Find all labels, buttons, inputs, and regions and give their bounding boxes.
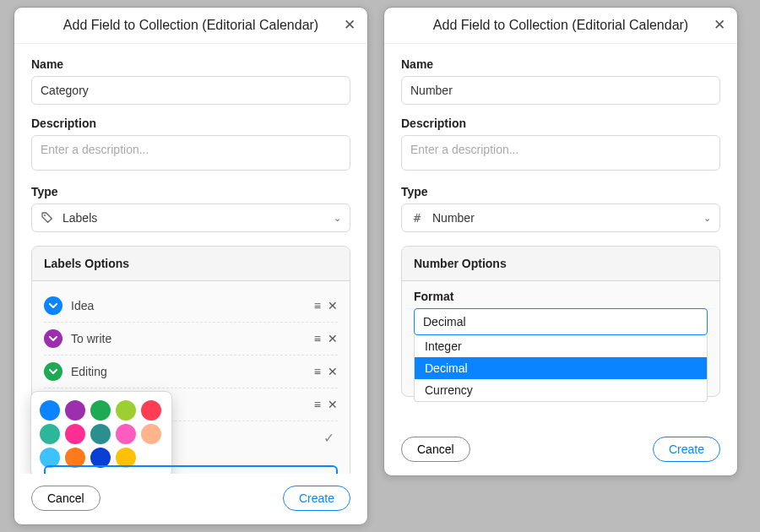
remove-icon[interactable]: ✕	[328, 332, 338, 345]
chevron-down-icon	[44, 296, 62, 315]
confirm-icon[interactable]: ✓	[323, 430, 338, 446]
format-option[interactable]: Decimal	[415, 357, 707, 379]
type-select[interactable]: Labels ⌄	[31, 204, 350, 232]
label-row: Idea≡✕	[44, 290, 338, 323]
color-swatch[interactable]	[116, 424, 136, 444]
color-swatch[interactable]	[141, 400, 161, 421]
drag-handle-icon[interactable]: ≡	[314, 398, 319, 411]
dialog-header: Add Field to Collection (Editorial Calen…	[14, 8, 367, 44]
remove-icon[interactable]: ✕	[328, 365, 338, 378]
labels-list: Idea≡✕To write≡✕Editing≡✕Published≡✕ ✓ I…	[32, 281, 350, 474]
dialog-footer: Cancel Create	[384, 425, 737, 475]
type-label: Type	[31, 185, 350, 198]
label-name: Idea	[71, 299, 306, 312]
chevron-down-icon	[44, 329, 62, 348]
chevron-down-icon	[44, 362, 62, 381]
svg-point-0	[44, 214, 46, 216]
label-color-dot[interactable]	[44, 329, 62, 348]
chevron-down-icon: ⌄	[703, 213, 711, 224]
dialog-add-field-number: Add Field to Collection (Editorial Calen…	[383, 7, 738, 476]
number-options-card: Number Options Format Decimal IntegerDec…	[401, 246, 720, 397]
label-color-dot[interactable]	[44, 296, 62, 315]
color-swatch[interactable]	[141, 424, 161, 444]
color-swatch-popover	[30, 391, 172, 474]
label-name: To write	[71, 332, 306, 345]
format-value: Decimal	[414, 308, 708, 335]
color-swatch[interactable]	[90, 424, 111, 444]
color-swatch[interactable]	[116, 400, 136, 421]
format-dropdown-list: IntegerDecimalCurrency	[414, 335, 708, 402]
dialog-add-field-labels: Add Field to Collection (Editorial Calen…	[14, 7, 368, 525]
description-label: Description	[401, 117, 720, 130]
drag-handle-icon[interactable]: ≡	[314, 299, 319, 312]
color-swatch[interactable]	[40, 424, 60, 444]
description-label: Description	[31, 117, 350, 130]
format-option[interactable]: Integer	[415, 335, 707, 357]
name-input[interactable]	[31, 76, 350, 105]
labels-options-card: Labels Options Idea≡✕To write≡✕Editing≡✕…	[31, 246, 350, 474]
color-swatch[interactable]	[65, 400, 85, 421]
description-input[interactable]	[401, 135, 720, 171]
close-icon[interactable]: ✕	[714, 18, 725, 32]
label-row: To write≡✕	[44, 323, 338, 356]
dialog-footer: Cancel Create	[14, 474, 367, 524]
type-value: Labels	[62, 211, 97, 225]
number-options-title: Number Options	[402, 247, 719, 281]
dialog-title: Add Field to Collection (Editorial Calen…	[63, 18, 318, 33]
cancel-button[interactable]: Cancel	[401, 437, 470, 462]
format-option[interactable]: Currency	[415, 379, 707, 401]
color-swatch[interactable]	[40, 400, 60, 421]
type-label: Type	[401, 185, 720, 198]
create-button[interactable]: Create	[283, 486, 350, 511]
name-label: Name	[401, 57, 720, 71]
remove-icon[interactable]: ✕	[328, 299, 338, 312]
drag-handle-icon[interactable]: ≡	[314, 365, 319, 378]
label-row: Editing≡✕	[44, 356, 338, 388]
name-input[interactable]	[401, 76, 720, 105]
name-label: Name	[31, 57, 350, 71]
chevron-down-icon: ⌄	[334, 213, 341, 224]
description-input[interactable]	[31, 135, 350, 171]
label-color-dot[interactable]	[44, 362, 62, 381]
cancel-button[interactable]: Cancel	[31, 486, 100, 511]
remove-icon[interactable]: ✕	[328, 398, 338, 411]
tag-icon	[41, 211, 54, 225]
color-swatch[interactable]	[90, 400, 111, 421]
format-label: Format	[414, 290, 708, 303]
type-select[interactable]: # Number ⌄	[401, 204, 720, 232]
format-select[interactable]: Decimal IntegerDecimalCurrency	[414, 308, 708, 335]
label-name: Editing	[71, 365, 306, 378]
create-button[interactable]: Create	[653, 437, 720, 462]
labels-options-title: Labels Options	[32, 247, 350, 281]
drag-handle-icon[interactable]: ≡	[314, 332, 319, 345]
type-value: Number	[432, 211, 475, 225]
close-icon[interactable]: ✕	[344, 18, 356, 32]
dialog-title: Add Field to Collection (Editorial Calen…	[433, 18, 688, 33]
label-default-select[interactable]: Idea ⌄	[44, 465, 338, 474]
color-swatch[interactable]	[65, 424, 85, 444]
number-icon: #	[410, 211, 424, 225]
dialog-header: Add Field to Collection (Editorial Calen…	[384, 8, 737, 44]
